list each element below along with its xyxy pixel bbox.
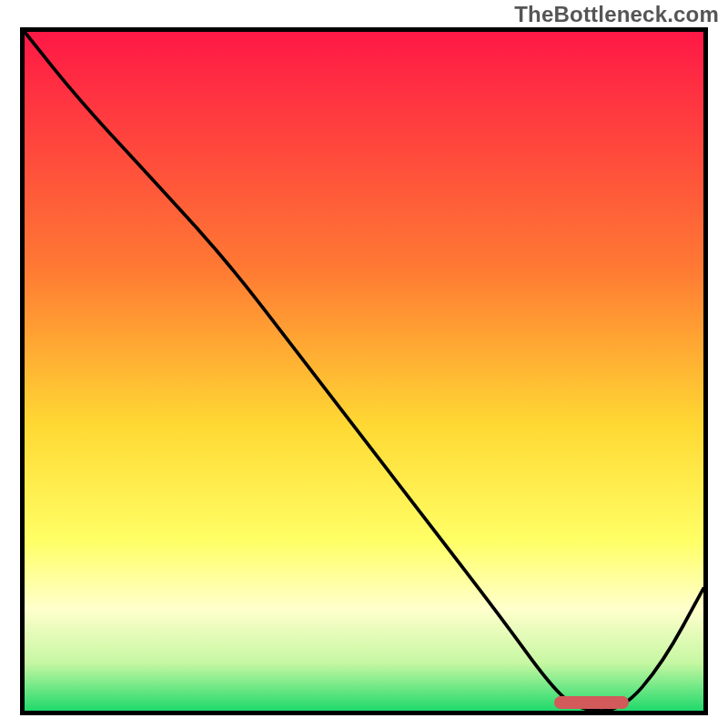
- bottleneck-curve-path: [25, 32, 703, 711]
- page-root: TheBottleneck.com: [0, 0, 728, 728]
- optimal-range-marker: [554, 696, 629, 709]
- chart-line-layer: [25, 32, 703, 711]
- watermark-text: TheBottleneck.com: [514, 2, 719, 27]
- bottleneck-chart: [20, 27, 708, 715]
